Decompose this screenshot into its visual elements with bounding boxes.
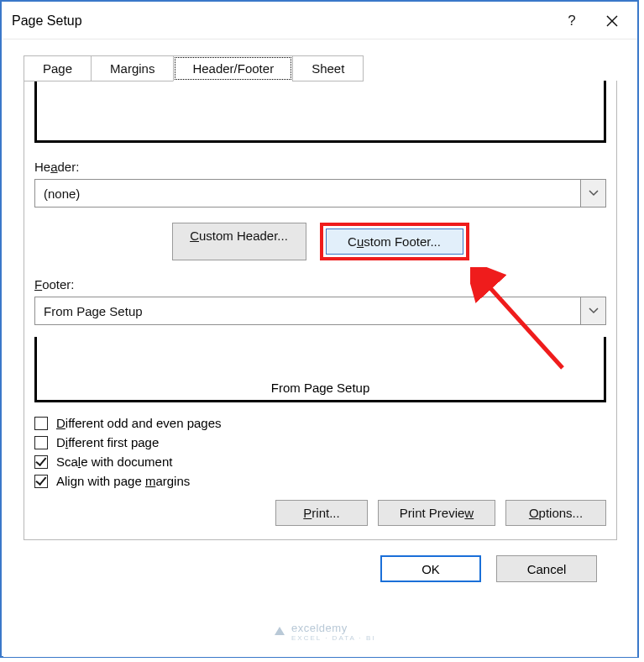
cancel-button[interactable]: Cancel: [496, 555, 597, 582]
custom-footer-button[interactable]: Custom Footer...: [326, 229, 463, 255]
options-button[interactable]: Options...: [505, 500, 606, 526]
close-icon: [606, 15, 618, 27]
highlight-box: Custom Footer...: [320, 223, 469, 260]
check-scale-with-document[interactable]: Scale with document: [34, 454, 606, 469]
tab-header-footer[interactable]: Header/Footer: [173, 55, 293, 81]
footer-combo[interactable]: From Page Setup: [34, 297, 606, 325]
svg-marker-3: [275, 627, 285, 635]
help-button[interactable]: ?: [552, 3, 592, 39]
chevron-down-icon: [589, 190, 599, 197]
tab-panel-header-footer: Header: (none) Custom Header... Custom F…: [24, 81, 617, 540]
tab-page[interactable]: Page: [24, 55, 92, 81]
checkbox-checked-icon: [34, 475, 48, 488]
tab-sheet[interactable]: Sheet: [292, 55, 364, 81]
chevron-down-icon: [589, 307, 599, 314]
titlebar: Page Setup ?: [3, 3, 637, 39]
close-button[interactable]: [592, 3, 632, 39]
footer-preview: From Page Setup: [34, 337, 606, 402]
check-different-first-page[interactable]: Different first page: [34, 435, 606, 449]
checkbox-icon: [34, 417, 48, 430]
header-combo-dropdown[interactable]: [580, 180, 605, 207]
checkbox-checked-icon: [34, 455, 48, 469]
window-title: Page Setup: [12, 13, 552, 29]
ok-button[interactable]: OK: [380, 555, 481, 582]
header-preview: [34, 81, 606, 143]
check-different-odd-even[interactable]: Different odd and even pages: [34, 416, 606, 430]
header-combo[interactable]: (none): [34, 179, 606, 208]
custom-header-button[interactable]: Custom Header...: [172, 223, 306, 260]
logo-icon: [273, 625, 286, 638]
header-combo-value: (none): [35, 187, 580, 201]
footer-combo-value: From Page Setup: [35, 304, 580, 318]
page-setup-dialog: Page Setup ? Page Margins Header/Footer …: [3, 3, 637, 657]
print-preview-button[interactable]: Print Preview: [378, 500, 495, 526]
checkbox-icon: [34, 436, 48, 449]
header-label: Header:: [34, 160, 606, 174]
tab-margins[interactable]: Margins: [91, 55, 174, 81]
footer-combo-dropdown[interactable]: [580, 297, 605, 324]
print-button[interactable]: Print...: [275, 500, 368, 526]
footer-label: Footer:: [34, 277, 606, 292]
footer-preview-text: From Page Setup: [37, 381, 604, 395]
watermark: exceldemy EXCEL · DATA · BI: [273, 622, 376, 642]
check-align-with-margins[interactable]: Align with page margins: [34, 474, 606, 488]
tab-strip: Page Margins Header/Footer Sheet: [24, 55, 617, 81]
